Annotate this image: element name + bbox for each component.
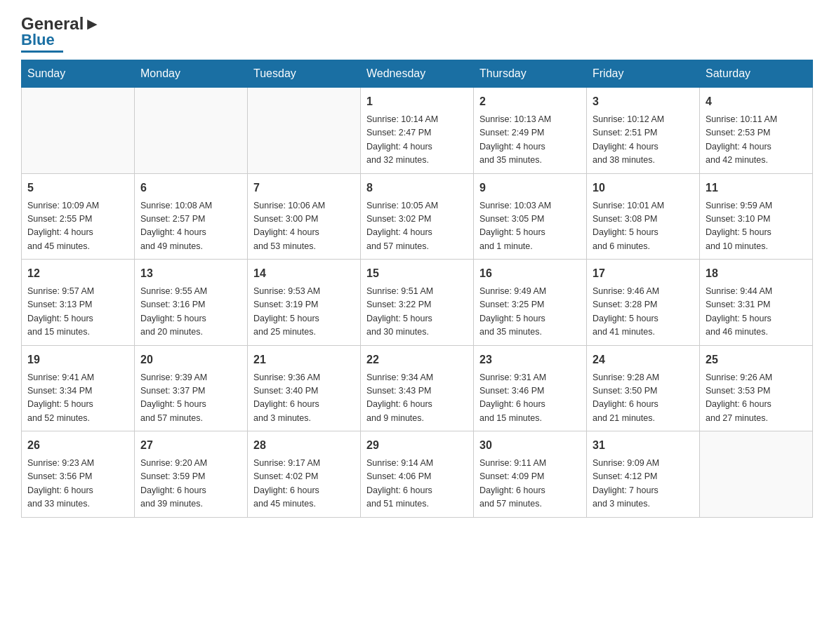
calendar-cell bbox=[700, 431, 813, 518]
day-number: 11 bbox=[706, 180, 807, 196]
day-info: Sunrise: 9:53 AM Sunset: 3:19 PM Dayligh… bbox=[253, 285, 355, 340]
calendar-cell: 11Sunrise: 9:59 AM Sunset: 3:10 PM Dayli… bbox=[700, 173, 813, 260]
day-number: 8 bbox=[366, 180, 468, 196]
calendar-week-1: 1Sunrise: 10:14 AM Sunset: 2:47 PM Dayli… bbox=[22, 88, 813, 174]
day-number: 5 bbox=[27, 180, 128, 196]
day-number: 17 bbox=[593, 265, 694, 282]
day-number: 6 bbox=[140, 180, 241, 196]
day-info: Sunrise: 9:51 AM Sunset: 3:22 PM Dayligh… bbox=[366, 285, 468, 340]
logo: General► Blue bbox=[21, 14, 100, 53]
day-info: Sunrise: 9:57 AM Sunset: 3:13 PM Dayligh… bbox=[27, 285, 128, 340]
calendar-cell bbox=[22, 88, 135, 174]
calendar-cell: 21Sunrise: 9:36 AM Sunset: 3:40 PM Dayli… bbox=[248, 345, 361, 431]
day-info: Sunrise: 10:01 AM Sunset: 3:08 PM Daylig… bbox=[593, 199, 694, 254]
day-info: Sunrise: 9:20 AM Sunset: 3:59 PM Dayligh… bbox=[140, 457, 241, 511]
calendar-cell bbox=[248, 88, 361, 174]
calendar-cell: 9Sunrise: 10:03 AM Sunset: 3:05 PM Dayli… bbox=[474, 173, 587, 260]
calendar-cell: 26Sunrise: 9:23 AM Sunset: 3:56 PM Dayli… bbox=[22, 431, 135, 518]
calendar-cell: 19Sunrise: 9:41 AM Sunset: 3:34 PM Dayli… bbox=[22, 345, 135, 431]
day-number: 18 bbox=[706, 265, 807, 282]
day-info: Sunrise: 10:03 AM Sunset: 3:05 PM Daylig… bbox=[479, 199, 581, 254]
day-number: 14 bbox=[253, 265, 355, 282]
day-number: 24 bbox=[593, 351, 694, 368]
calendar-week-4: 19Sunrise: 9:41 AM Sunset: 3:34 PM Dayli… bbox=[22, 345, 813, 431]
day-info: Sunrise: 10:12 AM Sunset: 2:51 PM Daylig… bbox=[593, 113, 694, 168]
day-number: 21 bbox=[253, 351, 355, 368]
day-info: Sunrise: 10:13 AM Sunset: 2:49 PM Daylig… bbox=[479, 113, 581, 168]
day-header-sunday: Sunday bbox=[22, 60, 135, 88]
calendar-cell: 30Sunrise: 9:11 AM Sunset: 4:09 PM Dayli… bbox=[474, 431, 587, 518]
calendar-cell: 12Sunrise: 9:57 AM Sunset: 3:13 PM Dayli… bbox=[22, 260, 135, 346]
calendar-cell: 6Sunrise: 10:08 AM Sunset: 2:57 PM Dayli… bbox=[135, 173, 248, 260]
calendar-cell: 22Sunrise: 9:34 AM Sunset: 3:43 PM Dayli… bbox=[361, 345, 474, 431]
calendar-cell: 28Sunrise: 9:17 AM Sunset: 4:02 PM Dayli… bbox=[248, 431, 361, 518]
day-number: 4 bbox=[706, 93, 807, 110]
day-number: 29 bbox=[366, 437, 468, 454]
day-info: Sunrise: 9:49 AM Sunset: 3:25 PM Dayligh… bbox=[479, 285, 581, 340]
day-info: Sunrise: 9:44 AM Sunset: 3:31 PM Dayligh… bbox=[706, 285, 807, 340]
day-info: Sunrise: 10:14 AM Sunset: 2:47 PM Daylig… bbox=[366, 113, 468, 168]
day-number: 28 bbox=[253, 437, 355, 454]
calendar-cell: 13Sunrise: 9:55 AM Sunset: 3:16 PM Dayli… bbox=[135, 260, 248, 346]
calendar-cell: 23Sunrise: 9:31 AM Sunset: 3:46 PM Dayli… bbox=[474, 345, 587, 431]
calendar-week-5: 26Sunrise: 9:23 AM Sunset: 3:56 PM Dayli… bbox=[22, 431, 813, 518]
day-number: 23 bbox=[479, 351, 581, 368]
day-number: 2 bbox=[479, 93, 581, 110]
calendar-cell: 27Sunrise: 9:20 AM Sunset: 3:59 PM Dayli… bbox=[135, 431, 248, 518]
calendar-table: SundayMondayTuesdayWednesdayThursdayFrid… bbox=[21, 60, 813, 518]
day-info: Sunrise: 10:11 AM Sunset: 2:53 PM Daylig… bbox=[706, 113, 807, 168]
day-info: Sunrise: 9:14 AM Sunset: 4:06 PM Dayligh… bbox=[366, 457, 468, 511]
day-info: Sunrise: 9:39 AM Sunset: 3:37 PM Dayligh… bbox=[140, 371, 241, 426]
day-info: Sunrise: 10:09 AM Sunset: 2:55 PM Daylig… bbox=[27, 199, 128, 254]
day-info: Sunrise: 9:55 AM Sunset: 3:16 PM Dayligh… bbox=[140, 285, 241, 340]
day-info: Sunrise: 9:34 AM Sunset: 3:43 PM Dayligh… bbox=[366, 371, 468, 426]
calendar-cell: 10Sunrise: 10:01 AM Sunset: 3:08 PM Dayl… bbox=[587, 173, 700, 260]
day-number: 13 bbox=[140, 265, 241, 282]
day-info: Sunrise: 9:11 AM Sunset: 4:09 PM Dayligh… bbox=[479, 457, 581, 511]
day-number: 27 bbox=[140, 437, 241, 454]
day-number: 12 bbox=[27, 265, 128, 282]
day-number: 20 bbox=[140, 351, 241, 368]
day-number: 25 bbox=[706, 351, 807, 368]
calendar-cell: 15Sunrise: 9:51 AM Sunset: 3:22 PM Dayli… bbox=[361, 260, 474, 346]
calendar-cell: 25Sunrise: 9:26 AM Sunset: 3:53 PM Dayli… bbox=[700, 345, 813, 431]
calendar-cell: 17Sunrise: 9:46 AM Sunset: 3:28 PM Dayli… bbox=[587, 260, 700, 346]
calendar-cell: 1Sunrise: 10:14 AM Sunset: 2:47 PM Dayli… bbox=[361, 88, 474, 174]
day-info: Sunrise: 9:26 AM Sunset: 3:53 PM Dayligh… bbox=[706, 371, 807, 426]
day-number: 9 bbox=[479, 180, 581, 196]
calendar-cell: 24Sunrise: 9:28 AM Sunset: 3:50 PM Dayli… bbox=[587, 345, 700, 431]
day-header-tuesday: Tuesday bbox=[248, 60, 361, 88]
calendar-cell: 8Sunrise: 10:05 AM Sunset: 3:02 PM Dayli… bbox=[361, 173, 474, 260]
day-number: 1 bbox=[366, 93, 468, 110]
calendar-cell: 14Sunrise: 9:53 AM Sunset: 3:19 PM Dayli… bbox=[248, 260, 361, 346]
day-header-saturday: Saturday bbox=[700, 60, 813, 88]
calendar-week-3: 12Sunrise: 9:57 AM Sunset: 3:13 PM Dayli… bbox=[22, 260, 813, 346]
calendar-week-2: 5Sunrise: 10:09 AM Sunset: 2:55 PM Dayli… bbox=[22, 173, 813, 260]
calendar-cell: 16Sunrise: 9:49 AM Sunset: 3:25 PM Dayli… bbox=[474, 260, 587, 346]
calendar-cell: 7Sunrise: 10:06 AM Sunset: 3:00 PM Dayli… bbox=[248, 173, 361, 260]
day-info: Sunrise: 9:28 AM Sunset: 3:50 PM Dayligh… bbox=[593, 371, 694, 426]
logo-underline bbox=[21, 51, 63, 53]
day-number: 19 bbox=[27, 351, 128, 368]
calendar-cell bbox=[135, 88, 248, 174]
day-number: 10 bbox=[593, 180, 694, 196]
day-number: 7 bbox=[253, 180, 355, 196]
day-info: Sunrise: 9:59 AM Sunset: 3:10 PM Dayligh… bbox=[706, 199, 807, 254]
day-number: 26 bbox=[27, 437, 128, 454]
calendar-cell: 4Sunrise: 10:11 AM Sunset: 2:53 PM Dayli… bbox=[700, 88, 813, 174]
day-number: 16 bbox=[479, 265, 581, 282]
day-header-monday: Monday bbox=[135, 60, 248, 88]
day-info: Sunrise: 9:31 AM Sunset: 3:46 PM Dayligh… bbox=[479, 371, 581, 426]
calendar-cell: 20Sunrise: 9:39 AM Sunset: 3:37 PM Dayli… bbox=[135, 345, 248, 431]
calendar-cell: 18Sunrise: 9:44 AM Sunset: 3:31 PM Dayli… bbox=[700, 260, 813, 346]
day-number: 30 bbox=[479, 437, 581, 454]
calendar-cell: 2Sunrise: 10:13 AM Sunset: 2:49 PM Dayli… bbox=[474, 88, 587, 174]
day-info: Sunrise: 9:36 AM Sunset: 3:40 PM Dayligh… bbox=[253, 371, 355, 426]
calendar-cell: 29Sunrise: 9:14 AM Sunset: 4:06 PM Dayli… bbox=[361, 431, 474, 518]
calendar-cell: 31Sunrise: 9:09 AM Sunset: 4:12 PM Dayli… bbox=[587, 431, 700, 518]
day-number: 31 bbox=[593, 437, 694, 454]
day-info: Sunrise: 9:17 AM Sunset: 4:02 PM Dayligh… bbox=[253, 457, 355, 511]
page-header: General► Blue bbox=[21, 14, 813, 53]
day-header-thursday: Thursday bbox=[474, 60, 587, 88]
calendar-cell: 3Sunrise: 10:12 AM Sunset: 2:51 PM Dayli… bbox=[587, 88, 700, 174]
